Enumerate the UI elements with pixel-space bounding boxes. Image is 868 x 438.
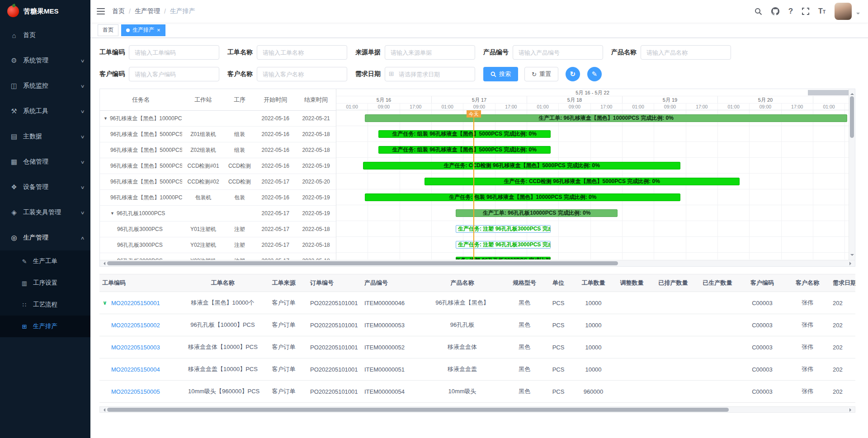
gantt-bar[interactable]: 生产任务: 组装 96孔移液盒【黑色】5000PCS 完成比例: 0% bbox=[378, 130, 551, 138]
sidebar-item-equipment-management[interactable]: ❖设备管理∨ bbox=[0, 174, 90, 200]
filter-input-demand-date[interactable] bbox=[385, 67, 475, 81]
horizontal-scroll-thumb[interactable] bbox=[107, 261, 618, 265]
expand-row-icon[interactable] bbox=[103, 300, 107, 306]
gantt-task-row[interactable]: 96孔移液盒【黑色】5000PCSCCD检测#01CCD检测2022-05-16… bbox=[100, 158, 336, 174]
cell-spec: 黑色 bbox=[506, 299, 542, 307]
gantt-task-row[interactable]: ▼96孔孔板10000PCS2022-05-172022-05-19 bbox=[100, 206, 336, 221]
sidebar-subitem-production-schedule[interactable]: ⊞生产排产 bbox=[0, 316, 90, 337]
filter-input-product-code[interactable] bbox=[513, 45, 603, 60]
sidebar-item-label: 仓储管理 bbox=[23, 158, 48, 166]
filter-input-product-name[interactable] bbox=[641, 45, 731, 60]
app-root: 苦糖果MES ⌂首页⚙系统管理∨◫系统监控∨⚒系统工具∨▤主数据∨▦仓储管理∨❖… bbox=[0, 0, 868, 438]
filter-input-customer-name[interactable] bbox=[257, 67, 347, 81]
gantt-hour-label: 09:00 bbox=[750, 104, 781, 110]
sidebar-item-system-tools[interactable]: ⚒系统工具∨ bbox=[0, 99, 90, 124]
help-icon[interactable]: ? bbox=[788, 7, 793, 16]
scroll-down-icon[interactable] bbox=[850, 254, 854, 258]
work-order-link[interactable]: MO202205150004 bbox=[111, 366, 160, 373]
app-logo[interactable]: 苦糖果MES bbox=[0, 0, 90, 23]
sidebar-item-label: 系统管理 bbox=[23, 57, 48, 65]
gantt-task-row[interactable]: 96孔移液盒【黑色】10000PCS包装机包装2022-05-162022-05… bbox=[100, 190, 336, 206]
gantt-task-row[interactable]: 96孔移液盒【黑色】5000PCSCCD检测#02CCD检测2022-05-17… bbox=[100, 174, 336, 190]
refresh-button[interactable] bbox=[566, 67, 580, 81]
gantt-bar[interactable]: 生产工单: 96孔孔板10000PCS 完成比例: 0% bbox=[456, 209, 618, 217]
gantt-bar[interactable]: 生产任务: 注塑 96孔孔板3000PCS 完成比例: 0% bbox=[456, 257, 551, 259]
vertical-scroll-thumb[interactable] bbox=[850, 96, 854, 138]
sidebar-item-fixture-management[interactable]: ◈工装夹具管理∨ bbox=[0, 200, 90, 225]
filter-label-product-code: 产品编号 bbox=[483, 48, 509, 57]
work-order-link[interactable]: MO202205150005 bbox=[111, 388, 160, 395]
reset-button[interactable]: 重置 bbox=[524, 67, 558, 81]
sidebar-toggle-icon[interactable] bbox=[97, 8, 105, 15]
filter-input-customer-code[interactable] bbox=[129, 67, 219, 81]
font-size-icon[interactable]: TT bbox=[818, 7, 826, 15]
sidebar-item-warehouse-management[interactable]: ▦仓储管理∨ bbox=[0, 149, 90, 174]
gantt-bar[interactable]: 生产工单: 96孔移液盒【黑色】10000PCS 完成比例: 0% bbox=[365, 114, 847, 122]
gantt-task-row[interactable]: 96孔孔板3000PCSY01注塑机注塑2022-05-172022-05-18 bbox=[100, 221, 336, 237]
scroll-right-icon[interactable] bbox=[849, 408, 853, 412]
user-avatar[interactable] bbox=[835, 3, 852, 20]
horizontal-scroll-thumb[interactable] bbox=[107, 408, 729, 412]
table-horizontal-scrollbar[interactable] bbox=[99, 406, 855, 413]
gantt-task-process: 组装 bbox=[225, 146, 255, 154]
sidebar-subitem-process-flow[interactable]: ∷工艺流程 bbox=[0, 294, 90, 316]
breadcrumb-production-management[interactable]: 生产管理 bbox=[135, 7, 160, 15]
gantt-horizontal-scrollbar[interactable] bbox=[100, 260, 855, 266]
search-button[interactable]: 搜索 bbox=[483, 67, 518, 81]
edit-button[interactable] bbox=[587, 67, 602, 81]
tab-home[interactable]: 首页 bbox=[98, 24, 118, 36]
gantt-task-row[interactable]: 96孔移液盒【黑色】5000PCSZ02组装机组装2022-05-162022-… bbox=[100, 142, 336, 158]
collapse-triangle-icon[interactable]: ▼ bbox=[110, 211, 114, 216]
table-row[interactable]: MO20220515000510mm吸头【960000】PCS客户订单PO202… bbox=[99, 381, 855, 403]
filter-input-work-order-name[interactable] bbox=[257, 45, 347, 60]
sidebar-item-home[interactable]: ⌂首页 bbox=[0, 23, 90, 48]
work-order-link[interactable]: MO202205150002 bbox=[111, 322, 160, 329]
github-icon[interactable] bbox=[771, 7, 779, 15]
table-row[interactable]: MO202205150003移液盒盒体【10000】PCS客户订单PO20220… bbox=[99, 336, 855, 358]
sidebar-item-production-management[interactable]: ◎生产管理∧ bbox=[0, 225, 90, 250]
gantt-bar[interactable]: 生产任务: CCD检测 96孔移液盒【黑色】5000PCS 完成比例: 0% bbox=[363, 162, 680, 170]
table-row[interactable]: MO20220515000296孔孔板【10000】PCS客户订单PO20220… bbox=[99, 314, 855, 336]
collapse-triangle-icon[interactable]: ▼ bbox=[104, 116, 108, 121]
sidebar-item-master-data[interactable]: ▤主数据∨ bbox=[0, 124, 90, 149]
filter-input-source-doc[interactable] bbox=[385, 45, 475, 60]
gantt-bar[interactable]: 生产任务: 注塑 96孔孔板3000PCS 完成比例: 0% bbox=[456, 225, 551, 233]
fullscreen-icon[interactable] bbox=[802, 8, 809, 15]
table-row[interactable]: MO202205150004移液盒盒盖【10000】PCS客户订单PO20220… bbox=[99, 358, 855, 381]
gantt-bar[interactable]: 生产任务: 组装 96孔移液盒【黑色】5000PCS 完成比例: 0% bbox=[378, 146, 551, 154]
gantt-bar[interactable]: 生产任务: 包装 96孔移液盒【黑色】10000PCS 完成比例: 0% bbox=[365, 193, 680, 201]
gantt-vertical-scrollbar[interactable] bbox=[849, 89, 855, 260]
gantt-task-row[interactable]: 96孔孔板3000PCSY03注塑机注塑2022-05-172022-05-18 bbox=[100, 253, 336, 260]
table-row[interactable]: MO202205150001移液盒【黑色】10000个客户订单PO2022051… bbox=[99, 292, 855, 314]
filter-input-work-order-code[interactable] bbox=[129, 45, 219, 60]
gantt-panel: 任务名工作站工序开始时间结束时间 ▼96孔移液盒【黑色】10000PCS2022… bbox=[99, 89, 855, 267]
gantt-bar[interactable]: 生产任务: 注塑 96孔孔板3000PCS 完成比例: 0% bbox=[456, 241, 551, 249]
sidebar-subitem-production-order[interactable]: ✎生产工单 bbox=[0, 250, 90, 272]
work-order-link[interactable]: MO202205150001 bbox=[111, 300, 160, 306]
gantt-task-process: 包装 bbox=[225, 194, 255, 202]
sidebar-subitem-process-settings[interactable]: ▥工序设置 bbox=[0, 272, 90, 294]
scroll-up-icon[interactable] bbox=[850, 91, 854, 95]
scroll-left-icon[interactable] bbox=[102, 408, 105, 412]
sidebar-item-system-monitor[interactable]: ◫系统监控∨ bbox=[0, 73, 90, 99]
tab-production-schedule[interactable]: 生产排产 × bbox=[121, 24, 165, 36]
close-tab-icon[interactable]: × bbox=[157, 27, 160, 33]
cell-order: PO202205101001 bbox=[307, 388, 362, 395]
work-order-link[interactable]: MO202205150003 bbox=[111, 344, 160, 351]
gantt-task-row[interactable]: 96孔移液盒【黑色】5000PCSZ01组装机组装2022-05-162022-… bbox=[100, 127, 336, 142]
gantt-task-row[interactable]: 96孔孔板3000PCSY02注塑机注塑2022-05-172022-05-18 bbox=[100, 237, 336, 253]
gantt-scroll-hint[interactable] bbox=[808, 90, 849, 95]
table-column-header: 单位 bbox=[542, 279, 574, 287]
breadcrumb-home[interactable]: 首页 bbox=[112, 7, 125, 15]
cell-demand: 202 bbox=[830, 300, 855, 306]
scroll-right-icon[interactable] bbox=[849, 262, 853, 265]
scroll-left-icon[interactable] bbox=[102, 262, 105, 265]
sidebar-item-system-management[interactable]: ⚙系统管理∨ bbox=[0, 48, 90, 73]
gantt-task-start: 2022-05-17 bbox=[255, 242, 296, 248]
cell-spec: 黑色 bbox=[506, 343, 542, 351]
gantt-bar[interactable]: 生产任务: CCD检测 96孔移液盒【黑色】5000PCS 完成比例: 0% bbox=[425, 178, 740, 185]
cell-qty: 960000 bbox=[574, 388, 613, 395]
gantt-task-row[interactable]: ▼96孔移液盒【黑色】10000PCS2022-05-162022-05-21 bbox=[100, 111, 336, 127]
search-icon[interactable] bbox=[755, 8, 762, 15]
caret-down-icon[interactable] bbox=[856, 13, 860, 16]
